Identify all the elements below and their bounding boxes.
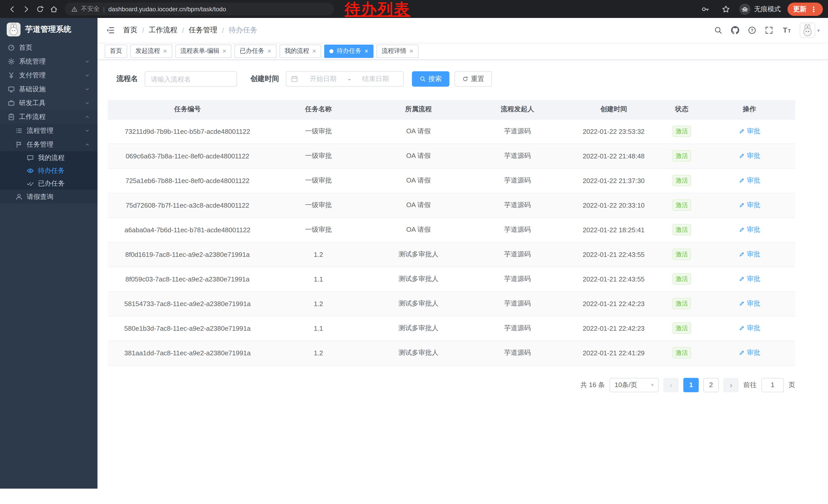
sidebar-item-label: 已办任务	[38, 179, 65, 188]
sidebar-item-infrastructure[interactable]: 基础设施	[0, 82, 97, 96]
goto-page-input[interactable]	[761, 378, 784, 392]
close-icon[interactable]: ×	[163, 48, 167, 54]
sidebar-item-task-management[interactable]: 任务管理	[0, 137, 97, 151]
help-icon[interactable]: ?	[748, 26, 756, 34]
search-button[interactable]: 搜索	[412, 71, 449, 87]
font-size-icon[interactable]: TT	[782, 26, 791, 35]
approve-link[interactable]: 审批	[739, 274, 760, 283]
process-name-input[interactable]	[145, 71, 237, 87]
sidebar-item-devtools[interactable]: 研发工具	[0, 96, 97, 110]
breadcrumb-separator: /	[182, 26, 184, 34]
sidebar-item-leave-query[interactable]: 请假查询	[0, 190, 97, 203]
approve-link[interactable]: 审批	[739, 250, 760, 259]
page-button-1[interactable]: 1	[683, 378, 699, 392]
sidebar-item-label: 支付管理	[19, 71, 46, 80]
prev-page-button[interactable]: ‹	[663, 378, 679, 392]
bookmark-star-icon[interactable]	[719, 2, 733, 16]
status-badge: 激活	[672, 175, 691, 186]
col-process: 所属流程	[370, 100, 467, 119]
status-badge: 激活	[672, 322, 691, 334]
tab-todo-tasks[interactable]: 待办任务×	[325, 44, 373, 58]
sidebar-item-workflow[interactable]: 工作流程	[0, 110, 97, 124]
date-range-picker[interactable]: 开始日期 - 结束日期	[286, 71, 404, 87]
omnibox-divider: |	[103, 5, 105, 12]
sidebar-collapse-icon[interactable]	[106, 26, 115, 35]
approve-link[interactable]: 审批	[739, 127, 760, 136]
close-icon[interactable]: ×	[267, 48, 271, 54]
sidebar-item-todo-tasks[interactable]: 待办任务	[0, 164, 97, 177]
reload-icon[interactable]	[33, 2, 47, 16]
table-row: 73211d9d-7b9b-11ec-b5b7-acde48001122 一级审…	[108, 119, 795, 144]
col-status: 状态	[660, 100, 704, 119]
table-row: 8f0d1619-7ac8-11ec-a9e2-a2380e71991a 1.2…	[108, 242, 795, 267]
update-button[interactable]: 更新 ⋮	[787, 2, 823, 16]
status-badge: 激活	[672, 150, 691, 162]
close-icon[interactable]: ×	[313, 48, 316, 54]
breadcrumb: 首页 / 工作流程 / 任务管理 / 待办任务	[123, 26, 257, 35]
sidebar-item-label: 请假查询	[27, 192, 53, 201]
chevron-down-icon: ▾	[817, 28, 820, 33]
sidebar-item-label: 我的流程	[38, 153, 65, 162]
page-content: 流程名 创建时间 开始日期 - 结束日期 搜索 重置	[97, 60, 828, 489]
chat-icon	[27, 154, 34, 161]
sidebar-item-system[interactable]: 系统管理	[0, 54, 97, 68]
tab-process-detail[interactable]: 流程详情×	[377, 44, 418, 58]
sidebar-item-payment[interactable]: 支付管理	[0, 68, 97, 82]
approve-link[interactable]: 审批	[739, 348, 760, 357]
close-icon[interactable]: ×	[409, 48, 413, 54]
fullscreen-icon[interactable]	[765, 26, 773, 34]
close-icon[interactable]: ×	[222, 48, 226, 54]
status-badge: 激活	[672, 273, 691, 284]
page-size-select[interactable]: 10条/页 ▾	[610, 378, 659, 392]
tab-my-processes[interactable]: 我的流程×	[280, 44, 321, 58]
app-logo-icon	[7, 22, 20, 36]
chevron-down-icon	[85, 100, 90, 105]
page-button-2[interactable]: 2	[703, 378, 719, 392]
tab-home[interactable]: 首页	[105, 44, 127, 58]
sidebar-item-done-tasks[interactable]: 已办任务	[0, 177, 97, 190]
chevron-up-icon	[85, 114, 90, 119]
search-icon[interactable]	[714, 26, 722, 34]
reset-button[interactable]: 重置	[455, 71, 492, 87]
edit-icon	[739, 251, 745, 258]
breadcrumb-item-task-management[interactable]: 任务管理	[189, 26, 217, 35]
app-logo-row[interactable]: 芋道管理系统	[0, 18, 97, 41]
app-title: 芋道管理系统	[25, 25, 71, 34]
next-page-button[interactable]: ›	[723, 378, 739, 392]
breadcrumb-item-home[interactable]: 首页	[123, 26, 137, 35]
header-actions: ? TT ▾	[714, 22, 820, 38]
approve-link[interactable]: 审批	[739, 176, 760, 185]
sidebar-item-my-processes[interactable]: 我的流程	[0, 151, 97, 164]
start-date-placeholder: 开始日期	[300, 74, 346, 84]
approve-link[interactable]: 审批	[739, 324, 760, 333]
github-icon[interactable]	[731, 26, 739, 34]
tab-done-tasks[interactable]: 已办任务×	[235, 44, 276, 58]
chevron-down-icon	[85, 59, 90, 64]
approve-link[interactable]: 审批	[739, 225, 760, 234]
forward-icon[interactable]	[19, 2, 33, 16]
home-icon[interactable]	[47, 2, 60, 16]
more-menu-icon[interactable]: ⋮	[810, 5, 817, 12]
approve-link[interactable]: 审批	[739, 151, 760, 161]
breadcrumb-separator: /	[142, 26, 144, 34]
table-row: 725a1eb6-7b88-11ec-8ef0-acde48001122 一级审…	[108, 168, 795, 193]
close-icon[interactable]: ×	[365, 48, 368, 54]
approve-link[interactable]: 审批	[739, 299, 760, 308]
approve-link[interactable]: 审批	[739, 200, 760, 210]
sidebar-item-process-management[interactable]: 流程管理	[0, 124, 97, 137]
table-row: 58154733-7ac8-11ec-a9e2-a2380e71991a 1.2…	[108, 291, 795, 316]
chevron-down-icon	[85, 86, 90, 92]
sidebar-item-label: 系统管理	[19, 57, 46, 66]
tab-form-edit[interactable]: 流程表单-编辑×	[175, 44, 232, 58]
user-avatar[interactable]: ▾	[800, 22, 820, 38]
address-bar[interactable]: 不安全 | dashboard.yudao.iocoder.cn/bpm/tas…	[65, 3, 334, 15]
sidebar-item-home[interactable]: 首页	[0, 41, 97, 54]
tab-start-process[interactable]: 发起流程×	[130, 44, 172, 58]
back-icon[interactable]	[5, 2, 19, 16]
edit-icon	[739, 153, 745, 159]
toolbox-icon	[8, 99, 15, 106]
table-row: 580e1b3d-7ac8-11ec-a9e2-a2380e71991a 1.1…	[108, 316, 795, 340]
password-key-icon[interactable]	[698, 2, 712, 16]
breadcrumb-item-workflow[interactable]: 工作流程	[149, 26, 177, 35]
avatar-image	[800, 22, 815, 38]
